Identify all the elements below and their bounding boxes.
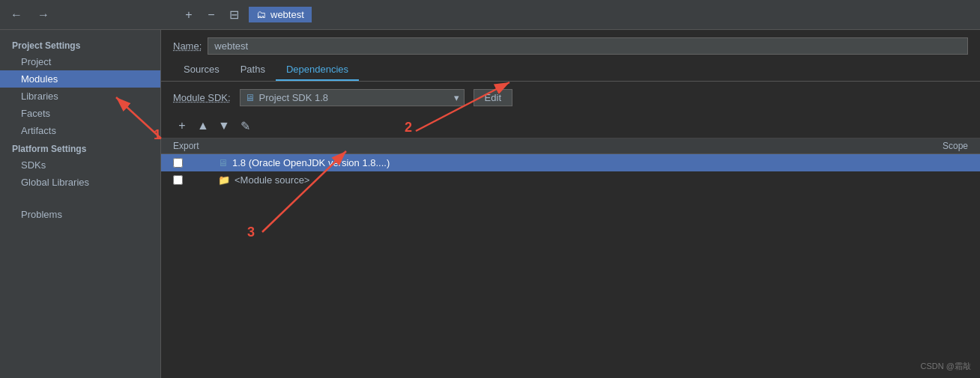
dep-export-checkbox-module-source[interactable] — [173, 175, 183, 185]
dep-row-module-source[interactable]: 📁 <Module source> — [161, 171, 980, 189]
back-button[interactable]: ← — [6, 7, 27, 23]
project-settings-title: Project Settings — [0, 36, 160, 53]
name-input[interactable] — [208, 37, 968, 55]
tab-sources[interactable]: Sources — [173, 59, 230, 81]
sidebar: Project Settings Project Modules Librari… — [0, 30, 161, 378]
add-button[interactable]: + — [180, 6, 198, 24]
sdk-dep-icon: 🖥 — [218, 157, 228, 168]
sidebar-item-global-libraries[interactable]: Global Libraries — [0, 174, 160, 191]
sidebar-item-label: Artifacts — [21, 125, 56, 136]
minus-button[interactable]: − — [202, 6, 220, 24]
sidebar-item-artifacts[interactable]: Artifacts — [0, 122, 160, 139]
name-header — [218, 141, 893, 151]
deps-table-header: Export Scope — [161, 138, 980, 154]
sidebar-item-libraries[interactable]: Libraries — [0, 88, 160, 105]
dep-name-module-source: <Module source> — [235, 174, 309, 186]
scope-header: Scope — [893, 141, 968, 151]
sidebar-item-problems[interactable]: Problems — [0, 206, 160, 223]
dep-add-button[interactable]: + — [173, 117, 191, 135]
module-folder-icon: 🗂 — [256, 9, 266, 20]
sdk-label: Module SDK: — [173, 92, 231, 103]
dep-row-jdk[interactable]: 🖥 1.8 (Oracle OpenJDK version 1.8....) — [161, 154, 980, 171]
platform-settings-title: Platform Settings — [0, 139, 160, 156]
name-label: Name: — [173, 40, 202, 52]
sidebar-item-facets[interactable]: Facets — [0, 105, 160, 122]
tab-paths[interactable]: Paths — [230, 59, 276, 81]
sidebar-item-label: Global Libraries — [21, 177, 89, 188]
dep-down-button[interactable]: ▼ — [215, 117, 233, 135]
name-row: Name: — [161, 30, 980, 59]
deps-toolbar: + ▲ ▼ ✎ — [161, 114, 980, 138]
top-bar-actions: + − ⊟ — [180, 6, 243, 24]
sdk-icon: 🖥 — [245, 92, 255, 103]
chevron-down-icon: ▾ — [454, 92, 459, 103]
main-layout: Project Settings Project Modules Librari… — [0, 30, 980, 378]
sidebar-item-label: Modules — [21, 73, 58, 85]
module-name: webtest — [270, 9, 304, 20]
dep-export-checkbox-jdk[interactable] — [173, 158, 183, 168]
app-container: ← → + − ⊟ 🗂 webtest Project Settings Pro… — [0, 0, 980, 378]
deps-table: 🖥 1.8 (Oracle OpenJDK version 1.8....) 📁… — [161, 154, 980, 378]
annotation-3: 3 — [247, 225, 255, 240]
annotation-1: 1 — [154, 127, 161, 143]
sdk-select[interactable]: 🖥 Project SDK 1.8 ▾ — [240, 89, 465, 106]
export-header: Export — [173, 141, 218, 151]
sidebar-item-label: Facets — [21, 108, 50, 119]
content-area: Name: Sources Paths Dependencies Module … — [161, 30, 980, 378]
dep-edit-button[interactable]: ✎ — [236, 117, 254, 135]
top-bar: ← → + − ⊟ 🗂 webtest — [0, 0, 980, 30]
sdk-row: Module SDK: 🖥 Project SDK 1.8 ▾ Edit — [161, 82, 980, 114]
forward-button[interactable]: → — [33, 7, 54, 23]
dep-up-button[interactable]: ▲ — [194, 117, 212, 135]
sidebar-item-project[interactable]: Project — [0, 53, 160, 70]
sidebar-item-modules[interactable]: Modules — [0, 70, 160, 88]
copy-button[interactable]: ⊟ — [225, 6, 243, 24]
sidebar-item-label: Project — [21, 56, 51, 67]
tabs-bar: Sources Paths Dependencies — [161, 59, 980, 82]
dep-name-jdk: 1.8 (Oracle OpenJDK version 1.8....) — [232, 157, 390, 168]
folder-dep-icon: 📁 — [218, 174, 230, 186]
sdk-value: Project SDK 1.8 — [259, 92, 329, 103]
sidebar-item-label: Libraries — [21, 91, 58, 102]
annotation-2: 2 — [405, 120, 412, 135]
module-item[interactable]: 🗂 webtest — [249, 7, 312, 22]
edit-sdk-button[interactable]: Edit — [474, 89, 512, 106]
sidebar-item-label: SDKs — [21, 159, 46, 171]
tab-dependencies[interactable]: Dependencies — [276, 59, 359, 81]
sidebar-item-label: Problems — [21, 209, 62, 220]
watermark: CSDN @霜敲 — [921, 361, 971, 372]
sidebar-item-sdks[interactable]: SDKs — [0, 156, 160, 174]
